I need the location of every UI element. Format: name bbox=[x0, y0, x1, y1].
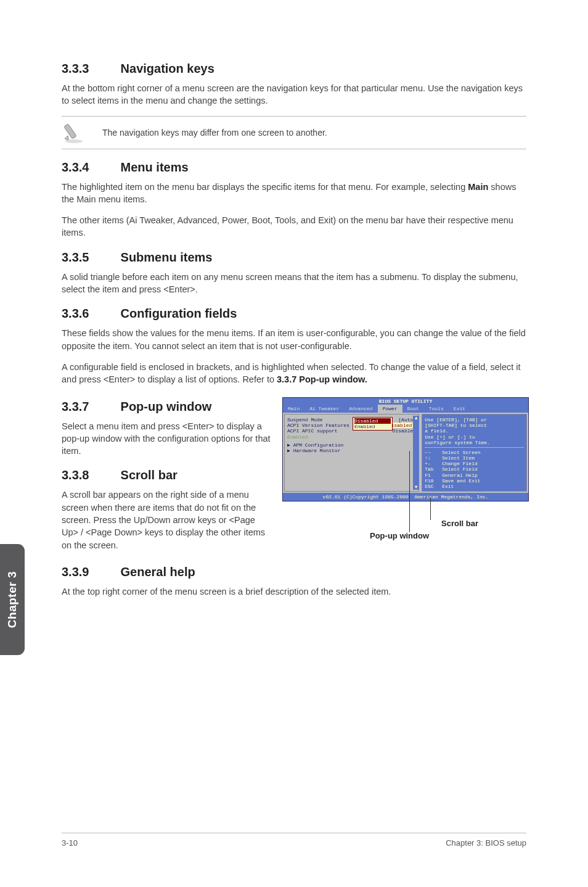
bios-sub-hwmon[interactable]: ▶ Hardware Monitor bbox=[287, 448, 416, 453]
bios-title: BIOS SETUP UTILITY bbox=[283, 398, 528, 405]
heading-num: 3.3.9 bbox=[62, 565, 117, 579]
heading-title: Submenu items bbox=[121, 250, 213, 264]
section-339: 3.3.9 General help At the top right corn… bbox=[62, 565, 526, 598]
bios-footer: v02.61 (C)Copyright 1985-2009, American … bbox=[283, 493, 528, 501]
bios-tab-aitweaker[interactable]: Ai Tweaker bbox=[304, 405, 344, 413]
bios-tab-power[interactable]: Power bbox=[378, 405, 402, 413]
bios-sub-apm[interactable]: ▶ APM Configuration bbox=[287, 442, 416, 448]
page-footer: 3-10 Chapter 3: BIOS setup bbox=[62, 833, 526, 848]
bios-row-suspend[interactable]: Suspend Mode [Auto] bbox=[287, 417, 416, 423]
bios-left-pane: Suspend Mode [Auto] ACPI Version Feature… bbox=[284, 414, 419, 492]
heading-338: 3.3.8 Scroll bar bbox=[62, 468, 271, 482]
popup-scroll-row: 3.3.7 Pop-up window Select a menu item a… bbox=[62, 397, 526, 563]
para-334-1: The highlighted item on the menu bar dis… bbox=[62, 181, 526, 206]
bios-key: +- bbox=[425, 461, 438, 466]
bios-key: F1 bbox=[425, 472, 438, 478]
footer-page-num: 3-10 bbox=[62, 838, 78, 848]
section-333: 3.3.3 Navigation keys At the bottom righ… bbox=[62, 62, 526, 149]
heading-337: 3.3.7 Pop-up window bbox=[62, 400, 271, 414]
section-335: 3.3.5 Submenu items A solid triangle bef… bbox=[62, 250, 526, 296]
chapter-tab-label: Chapter 3 bbox=[6, 571, 19, 628]
pencil-note-icon bbox=[62, 120, 89, 145]
svg-marker-2 bbox=[65, 136, 68, 140]
callout-line-scroll bbox=[430, 498, 431, 520]
bios-key-desc: Select Item bbox=[442, 455, 475, 461]
bios-row-label: ACPI APIC support bbox=[287, 428, 338, 434]
bios-row-label: Suspend Mode bbox=[287, 417, 323, 423]
bios-help-line: [SHIFT-TAB] to select bbox=[425, 423, 524, 428]
bios-key-row: +-Change Field bbox=[425, 461, 524, 466]
heading-num: 3.3.8 bbox=[62, 468, 117, 482]
heading-title: General help bbox=[121, 565, 195, 579]
bios-sub-label: Hardware Monitor bbox=[293, 448, 341, 453]
section-338: 3.3.8 Scroll bar A scroll bar appears on… bbox=[62, 468, 271, 551]
label-popup-window: Pop-up window bbox=[370, 531, 429, 540]
chevron-down-icon[interactable]: ▼ bbox=[415, 485, 418, 490]
bios-scrollbar[interactable]: ▲ ▼ bbox=[413, 416, 419, 490]
bios-key-row: ESCExit bbox=[425, 484, 524, 489]
bios-popup-extra: Enabled bbox=[287, 434, 416, 440]
bios-key-desc: General Help bbox=[442, 472, 478, 478]
heading-title: Scroll bar bbox=[121, 468, 178, 482]
para-336-2: A configurable field is enclosed in brac… bbox=[62, 361, 526, 386]
chevron-up-icon[interactable]: ▲ bbox=[415, 416, 418, 421]
para-333-1: At the bottom right corner of a menu scr… bbox=[62, 82, 526, 107]
heading-title: Configuration fields bbox=[121, 307, 237, 320]
heading-335: 3.3.5 Submenu items bbox=[62, 250, 526, 265]
heading-num: 3.3.7 bbox=[62, 400, 117, 414]
bios-key-desc: Change Field bbox=[442, 461, 478, 466]
bios-popup-option[interactable]: Disabled bbox=[354, 418, 391, 424]
heading-title: Pop-up window bbox=[121, 400, 212, 413]
bios-key-row: ↑↓Select Item bbox=[425, 455, 524, 461]
section-334: 3.3.4 Menu items The highlighted item on… bbox=[62, 160, 526, 239]
bios-key: F10 bbox=[425, 478, 438, 484]
bios-help-pane: Use [ENTER], [TAB] or [SHIFT-TAB] to sel… bbox=[422, 414, 527, 492]
bios-key: ←→ bbox=[425, 450, 438, 455]
heading-num: 3.3.6 bbox=[62, 307, 117, 321]
heading-339: 3.3.9 General help bbox=[62, 565, 526, 579]
text-frag: The highlighted item on the menu bar dis… bbox=[62, 182, 468, 192]
bios-key: ↑↓ bbox=[425, 455, 438, 461]
bold-popup-ref: 3.3.7 Pop-up window. bbox=[277, 374, 367, 384]
bios-tab-exit[interactable]: Exit bbox=[449, 405, 470, 413]
heading-num: 3.3.3 bbox=[62, 62, 117, 76]
svg-rect-1 bbox=[64, 123, 76, 138]
para-336-1: These fields show the values for the men… bbox=[62, 327, 526, 352]
bios-key-desc: Select Screen bbox=[442, 450, 480, 455]
section-337: 3.3.7 Pop-up window Select a menu item a… bbox=[62, 400, 271, 458]
bios-key-desc: Save and Exit bbox=[442, 478, 480, 484]
bios-tab-main[interactable]: Main bbox=[283, 405, 304, 413]
bios-popup-option[interactable]: Enabled bbox=[354, 424, 391, 429]
callout-line-popup bbox=[409, 451, 410, 532]
note-text: The navigation keys may differ from one … bbox=[102, 128, 327, 138]
bios-tab-advanced[interactable]: Advanced bbox=[344, 405, 377, 413]
bios-popup-window[interactable]: Disabled Enabled bbox=[353, 417, 393, 431]
heading-333: 3.3.3 Navigation keys bbox=[62, 62, 526, 76]
label-scrollbar: Scroll bar bbox=[441, 519, 478, 528]
bios-help-line: Use [+] or [-] to bbox=[425, 434, 524, 440]
bios-key-row: TabSelect Field bbox=[425, 466, 524, 472]
footer-chapter-label: Chapter 3: BIOS setup bbox=[446, 838, 526, 848]
bios-sub-label: APM Configuration bbox=[293, 442, 344, 448]
bios-key: ESC bbox=[425, 484, 438, 489]
bios-tab-bar: Main Ai Tweaker Advanced Power Boot Tool… bbox=[283, 405, 528, 413]
bios-key-row: F1General Help bbox=[425, 472, 524, 478]
bios-tab-tools[interactable]: Tools bbox=[424, 405, 449, 413]
bios-tab-boot[interactable]: Boot bbox=[402, 405, 424, 413]
para-337-1: Select a menu item and press <Enter> to … bbox=[62, 420, 271, 458]
heading-title: Menu items bbox=[121, 160, 189, 174]
heading-num: 3.3.4 bbox=[62, 160, 117, 175]
bios-key-row: F10Save and Exit bbox=[425, 478, 524, 484]
bios-help-line: Use [ENTER], [TAB] or bbox=[425, 417, 524, 423]
bios-row-acpi-apic[interactable]: ACPI APIC support Disabled bbox=[287, 428, 416, 434]
para-338-1: A scroll bar appears on the right side o… bbox=[62, 489, 271, 551]
heading-title: Navigation keys bbox=[121, 62, 214, 75]
bios-row-label: ACPI Version Features bbox=[287, 423, 349, 428]
note-333: The navigation keys may differ from one … bbox=[62, 116, 526, 149]
bold-main: Main bbox=[468, 182, 488, 192]
para-335-1: A solid triangle before each item on any… bbox=[62, 271, 526, 296]
bios-row-acpi-ver[interactable]: ACPI Version Features [Disabled] bbox=[287, 423, 416, 428]
heading-num: 3.3.5 bbox=[62, 250, 117, 265]
chapter-tab: Chapter 3 bbox=[0, 544, 25, 655]
bios-key-row: ←→Select Screen bbox=[425, 450, 524, 455]
